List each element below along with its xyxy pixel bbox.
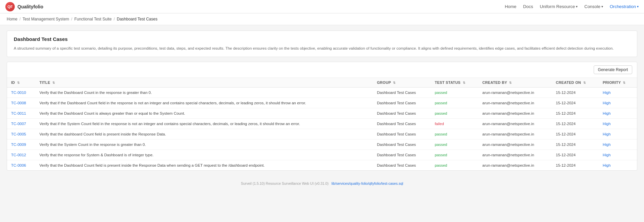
cell-priority: High — [599, 108, 637, 119]
nav-uniform-resource-label: Uniform Resource — [540, 4, 575, 9]
status-badge: passed — [435, 163, 447, 167]
test-cases-table: ID ⇅ TITLE ⇅ GROUP ⇅ TEST STATUS ⇅ — [7, 78, 637, 170]
breadcrumb-home[interactable]: Home — [7, 17, 17, 21]
col-priority: PRIORITY ⇅ — [599, 78, 637, 88]
table-row: TC-0006 Verify that the Dashboard Count … — [7, 160, 637, 171]
cell-created-on: 15-12-2024 — [552, 140, 599, 150]
navbar: QF Qualityfolio Home Docs Uniform Resour… — [0, 0, 644, 13]
table-row: TC-0010 Verify that the Dashboard Count … — [7, 88, 637, 98]
priority-badge: High — [603, 91, 611, 95]
priority-badge: High — [603, 143, 611, 147]
cell-id: TC-0010 — [7, 88, 35, 98]
col-id-sort-icon[interactable]: ⇅ — [17, 81, 20, 85]
breadcrumb-current: Dashboard Test Cases — [117, 17, 157, 21]
cell-title: Verify that the System Count in the resp… — [35, 140, 373, 150]
breadcrumb-fts[interactable]: Functional Test Suite — [74, 17, 111, 21]
nav-orchestration[interactable]: Orchestration ▾ — [610, 4, 639, 9]
priority-badge: High — [603, 163, 611, 167]
col-group: GROUP ⇅ — [373, 78, 431, 88]
footer: Surveil (1.5.10) Resource Surveillance W… — [0, 176, 644, 191]
col-priority-sort-icon[interactable]: ⇅ — [623, 81, 626, 85]
table-row: TC-0009 Verify that the System Count in … — [7, 140, 637, 150]
col-created-by: CREATED BY ⇅ — [478, 78, 552, 88]
status-badge: passed — [435, 132, 447, 136]
cell-status: passed — [431, 129, 478, 140]
nav-home[interactable]: Home — [505, 4, 516, 9]
nav-uniform-resource[interactable]: Uniform Resource ▾ — [540, 4, 578, 9]
footer-text: Surveil (1.5.10) Resource Surveillance W… — [241, 181, 329, 185]
cell-created-by: arun-ramanan@netspective.in — [478, 88, 552, 98]
tc-id-link[interactable]: TC-0006 — [11, 163, 26, 167]
tc-id-link[interactable]: TC-0007 — [11, 122, 26, 126]
tc-id-link[interactable]: TC-0005 — [11, 132, 26, 136]
tc-id-link[interactable]: TC-0008 — [11, 101, 26, 105]
cell-created-by: arun-ramanan@netspective.in — [478, 160, 552, 171]
cell-id: TC-0012 — [7, 150, 35, 160]
generate-report-button[interactable]: Generate Report — [594, 65, 632, 74]
cell-group: Dashboard Test Cases — [373, 108, 431, 119]
navbar-nav: Home Docs Uniform Resource ▾ Console ▾ O… — [505, 4, 639, 9]
cell-group: Dashboard Test Cases — [373, 98, 431, 108]
priority-badge: High — [603, 153, 611, 157]
cell-status: failed — [431, 119, 478, 129]
cell-created-on: 15-12-2024 — [552, 98, 599, 108]
nav-console[interactable]: Console ▾ — [584, 4, 603, 9]
nav-console-chevron: ▾ — [601, 5, 603, 8]
cell-id: TC-0006 — [7, 160, 35, 171]
cell-priority: High — [599, 129, 637, 140]
status-badge: passed — [435, 143, 447, 147]
cell-created-on: 15-12-2024 — [552, 119, 599, 129]
cell-created-by: arun-ramanan@netspective.in — [478, 119, 552, 129]
cell-title: Verify that the dashboard Count field is… — [35, 129, 373, 140]
priority-badge: High — [603, 122, 611, 126]
col-test-status-sort-icon[interactable]: ⇅ — [463, 81, 465, 85]
cell-status: passed — [431, 140, 478, 150]
table-section: Generate Report ID ⇅ TITLE ⇅ GROUP ⇅ — [7, 62, 637, 171]
status-badge: passed — [435, 91, 447, 95]
cell-id: TC-0011 — [7, 108, 35, 119]
col-group-sort-icon[interactable]: ⇅ — [393, 81, 396, 85]
tc-id-link[interactable]: TC-0009 — [11, 143, 26, 147]
cell-priority: High — [599, 88, 637, 98]
breadcrumb-sep-1: / — [19, 17, 20, 21]
tc-id-link[interactable]: TC-0011 — [11, 111, 26, 115]
col-created-on-sort-icon[interactable]: ⇅ — [583, 81, 586, 85]
cell-id: TC-0007 — [7, 119, 35, 129]
cell-priority: High — [599, 119, 637, 129]
nav-uniform-resource-chevron: ▾ — [576, 5, 578, 8]
cell-id: TC-0005 — [7, 129, 35, 140]
col-created-on: CREATED ON ⇅ — [552, 78, 599, 88]
nav-console-label: Console — [584, 4, 600, 9]
cell-status: passed — [431, 98, 478, 108]
priority-badge: High — [603, 111, 611, 115]
tc-id-link[interactable]: TC-0010 — [11, 91, 26, 95]
status-badge: failed — [435, 122, 444, 126]
cell-priority: High — [599, 160, 637, 171]
cell-priority: High — [599, 140, 637, 150]
cell-created-by: arun-ramanan@netspective.in — [478, 98, 552, 108]
nav-docs[interactable]: Docs — [523, 4, 533, 9]
table-header-row: ID ⇅ TITLE ⇅ GROUP ⇅ TEST STATUS ⇅ — [7, 78, 637, 88]
table-row: TC-0011 Verify that the Dashboard Count … — [7, 108, 637, 119]
cell-id: TC-0009 — [7, 140, 35, 150]
cell-title: Verify that if the Dashboard Count field… — [35, 98, 373, 108]
col-created-by-sort-icon[interactable]: ⇅ — [509, 81, 512, 85]
status-badge: passed — [435, 111, 447, 115]
table-toolbar: Generate Report — [7, 62, 637, 78]
nav-orchestration-label: Orchestration — [610, 4, 636, 9]
cell-group: Dashboard Test Cases — [373, 88, 431, 98]
footer-link[interactable]: lib/services/quality-folio/qltyfolio/tes… — [332, 181, 403, 185]
page-card: Dashboard Test Cases A structured summar… — [7, 31, 637, 57]
priority-badge: High — [603, 132, 611, 136]
brand: QF Qualityfolio — [5, 2, 43, 11]
col-test-status: TEST STATUS ⇅ — [431, 78, 478, 88]
brand-name: Qualityfolio — [17, 4, 43, 9]
status-badge: passed — [435, 153, 447, 157]
tc-id-link[interactable]: TC-0012 — [11, 153, 26, 157]
cell-group: Dashboard Test Cases — [373, 150, 431, 160]
cell-id: TC-0008 — [7, 98, 35, 108]
cell-group: Dashboard Test Cases — [373, 129, 431, 140]
col-title-sort-icon[interactable]: ⇅ — [52, 81, 55, 85]
main-content: Dashboard Test Cases A structured summar… — [0, 25, 644, 176]
breadcrumb-tms[interactable]: Test Management System — [22, 17, 69, 21]
